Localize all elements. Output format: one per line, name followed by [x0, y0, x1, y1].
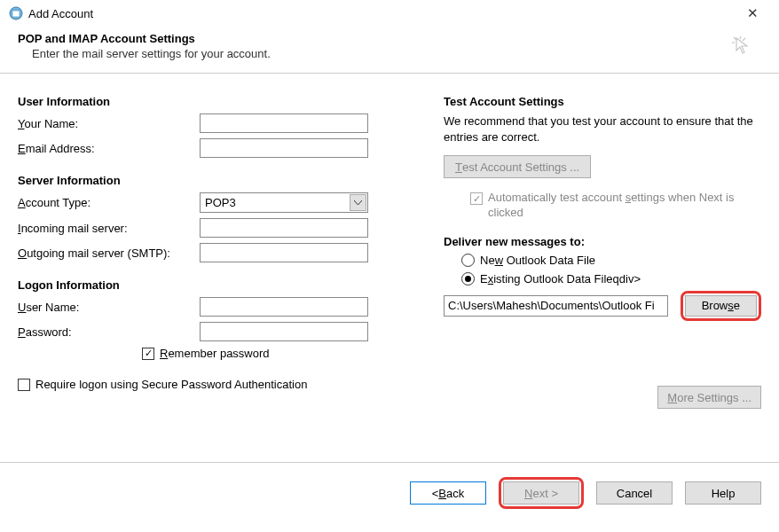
test-title: Test Account Settings: [444, 95, 761, 108]
username-label: User Name:: [18, 301, 200, 314]
password-input[interactable]: [200, 322, 368, 341]
header: POP and IMAP Account Settings Enter the …: [0, 28, 779, 73]
browse-highlight: Browse: [681, 291, 761, 321]
test-desc: We recommend that you test your account …: [444, 113, 761, 145]
browse-button[interactable]: Browse: [685, 295, 757, 317]
next-button[interactable]: Next >: [503, 481, 579, 505]
email-label: Email Address:: [18, 142, 200, 155]
cancel-button[interactable]: Cancel: [596, 481, 673, 505]
email-input[interactable]: [200, 138, 368, 158]
incoming-label: Incoming mail server:: [18, 222, 200, 235]
spa-checkbox[interactable]: [18, 379, 30, 391]
auto-test-label: Automatically test account settings when…: [488, 191, 761, 221]
spa-label: Require logon using Secure Password Auth…: [35, 378, 307, 391]
remember-checkbox[interactable]: ✓: [142, 348, 154, 360]
user-info-title: User Information: [18, 95, 417, 108]
svg-rect-1: [12, 11, 20, 17]
page-subtitle: Enter the mail server settings for your …: [18, 47, 731, 60]
account-type-select[interactable]: POP3: [200, 192, 368, 213]
outgoing-input[interactable]: [200, 243, 368, 262]
help-button[interactable]: Help: [685, 481, 761, 505]
back-button[interactable]: < Back: [410, 481, 486, 505]
deliver-title: Deliver new messages to:: [444, 235, 761, 248]
svg-line-5: [743, 38, 745, 41]
content: User Information Your Name: Email Addres…: [0, 74, 779, 400]
test-account-button[interactable]: Test Account Settings ...: [444, 155, 591, 178]
next-highlight: Next >: [499, 477, 584, 509]
existing-file-radio[interactable]: [461, 272, 475, 286]
outgoing-label: Outgoing mail server (SMTP):: [18, 246, 200, 260]
page-title: POP and IMAP Account Settings: [18, 32, 731, 45]
existing-file-label: Existing Outlook Data File: [480, 272, 613, 286]
account-type-value: POP3: [205, 196, 350, 209]
account-type-label: Account Type:: [18, 196, 200, 209]
new-file-radio[interactable]: [461, 254, 475, 267]
cursor-icon: [731, 35, 752, 57]
svg-line-3: [740, 36, 741, 39]
left-column: User Information Your Name: Email Addres…: [18, 95, 417, 391]
more-settings-button[interactable]: More Settings ...: [657, 386, 761, 409]
remember-label: Remember password: [160, 347, 270, 360]
titlebar: Add Account ✕: [0, 0, 779, 28]
auto-test-checkbox: ✓: [470, 192, 483, 205]
data-file-path-input[interactable]: [444, 295, 668, 317]
chevron-down-icon[interactable]: [350, 194, 366, 211]
your-name-label: Your Name:: [18, 117, 200, 130]
username-input[interactable]: [200, 297, 368, 317]
your-name-input[interactable]: [200, 113, 368, 133]
server-info-title: Server Information: [18, 174, 417, 187]
right-column: Test Account Settings We recommend that …: [417, 95, 761, 391]
app-icon: [9, 6, 23, 20]
window-title: Add Account: [28, 7, 735, 20]
footer: < Back Next > Cancel Help: [0, 463, 779, 523]
new-file-label: New Outlook Data File: [480, 254, 595, 267]
close-button[interactable]: ✕: [735, 5, 770, 21]
incoming-input[interactable]: [200, 218, 368, 238]
logon-title: Logon Information: [18, 278, 417, 292]
password-label: Password:: [18, 325, 200, 339]
